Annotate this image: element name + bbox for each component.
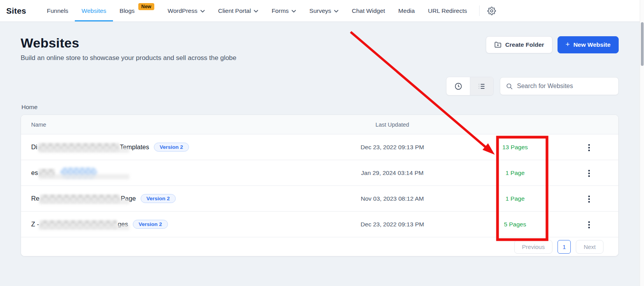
breadcrumb-home[interactable]: Home	[21, 104, 619, 111]
page-number-button[interactable]: 1	[558, 240, 571, 254]
last-updated-cell: Dec 23, 2022 09:13 PM	[314, 221, 470, 228]
row-actions-cell	[560, 217, 618, 231]
pages-count: 5 Pages	[470, 221, 560, 228]
page-header: Websites Build an online store to showca…	[21, 35, 619, 62]
page-subtitle: Build an online store to showcase your p…	[21, 54, 236, 62]
redacted-name-blur	[38, 143, 119, 152]
scrollbar-track[interactable]	[640, 0, 644, 286]
website-name-cell: Z - ges Version 2	[21, 220, 314, 229]
redacted-name-blur	[40, 220, 117, 229]
page-header-text: Websites Build an online store to showca…	[21, 35, 236, 62]
row-actions-cell	[560, 192, 618, 206]
nav-item-label: Media	[398, 7, 415, 14]
version-badge: Version 2	[133, 220, 168, 229]
app-brand-sites: Sites	[6, 0, 26, 21]
redacted-badge-blur	[60, 168, 97, 178]
nav-item-label: Funnels	[47, 7, 68, 14]
nav-item-label: Forms	[272, 7, 289, 14]
websites-page: Websites Build an online store to showca…	[0, 35, 644, 256]
nav-item-client-portal[interactable]: Client Portal	[212, 0, 265, 21]
nav-item-label: WordPress	[168, 7, 197, 14]
nav-item-url-redirects[interactable]: URL Redirects	[422, 0, 474, 21]
table-row[interactable]: es Jan 29, 2024 03:14 PM 1 Page	[21, 160, 618, 186]
table-row[interactable]: Z - ges Version 2 Dec 23, 2022 09:13 PM …	[21, 212, 618, 237]
list-toolbar	[21, 77, 619, 95]
nav-item-blogs[interactable]: Blogs New	[113, 0, 161, 21]
kebab-menu-icon[interactable]	[585, 141, 593, 154]
website-name-text-suffix: ges	[118, 221, 128, 228]
nav-item-media[interactable]: Media	[392, 0, 421, 21]
settings-button[interactable]	[483, 0, 500, 21]
last-updated-cell: Nov 03, 2023 08:12 AM	[314, 195, 470, 202]
nav-item-surveys[interactable]: Surveys	[303, 0, 345, 21]
new-badge: New	[138, 3, 155, 10]
nav-item-label: Blogs	[120, 7, 135, 14]
column-header-name: Name	[21, 122, 314, 128]
table-row[interactable]: Re Page Version 2 Nov 03, 2023 08:12 AM …	[21, 186, 618, 212]
search-icon	[506, 83, 513, 90]
nav-item-label: Surveys	[309, 7, 331, 14]
website-name-text: Di	[31, 143, 37, 151]
scrollbar-thumb[interactable]	[641, 22, 644, 66]
nav-item-wordpress[interactable]: WordPress	[161, 0, 211, 21]
top-navigation: Sites Funnels Websites Blogs New WordPre…	[0, 0, 644, 21]
pagination: Previous 1 Next	[21, 237, 618, 256]
list-icon	[478, 82, 486, 90]
redacted-name-blur	[40, 194, 120, 203]
chevron-down-icon	[291, 10, 296, 13]
website-name-text: Re	[31, 195, 39, 202]
nav-item-chat-widget[interactable]: Chat Widget	[345, 0, 392, 21]
kebab-menu-icon[interactable]	[585, 192, 593, 206]
website-name-cell: es	[21, 168, 314, 178]
chevron-down-icon	[200, 10, 205, 13]
nav-item-forms[interactable]: Forms	[265, 0, 303, 21]
recent-view-button[interactable]	[446, 77, 470, 95]
next-page-button[interactable]: Next	[576, 240, 603, 254]
folder-plus-icon	[494, 41, 502, 49]
search-input[interactable]	[517, 83, 613, 90]
websites-table-card: Name Last Updated Di Templates Version 2…	[21, 115, 619, 256]
version-badge: Version 2	[154, 143, 189, 152]
previous-page-button[interactable]: Previous	[514, 240, 552, 254]
table-body: Di Templates Version 2 Dec 23, 2022 09:1…	[21, 134, 618, 237]
page-title: Websites	[21, 35, 236, 51]
nav-item-label: Client Portal	[218, 7, 251, 14]
create-folder-label: Create Folder	[505, 41, 544, 48]
website-name-text: es	[31, 169, 38, 177]
nav-item-websites[interactable]: Websites	[75, 0, 113, 21]
version-badge: Version 2	[141, 194, 176, 203]
search-websites-box	[500, 77, 619, 95]
kebab-menu-icon[interactable]	[585, 218, 593, 231]
website-name-cell: Di Templates Version 2	[21, 143, 314, 152]
website-name-cell: Re Page Version 2	[21, 194, 314, 203]
clock-icon	[454, 82, 462, 90]
nav-item-label: URL Redirects	[428, 7, 467, 14]
list-view-button[interactable]	[470, 77, 493, 95]
chevron-down-icon	[254, 10, 258, 13]
table-row[interactable]: Di Templates Version 2 Dec 23, 2022 09:1…	[21, 134, 618, 160]
row-actions-cell	[560, 166, 618, 180]
nav-tabs: Funnels Websites Blogs New WordPress Cli…	[40, 0, 474, 21]
last-updated-cell: Dec 23, 2022 09:13 PM	[314, 144, 470, 151]
column-header-last-updated: Last Updated	[314, 122, 470, 128]
website-name-text-suffix: Templates	[120, 143, 149, 151]
nav-item-label: Websites	[81, 7, 106, 14]
last-updated-cell: Jan 29, 2024 03:14 PM	[314, 169, 470, 177]
row-actions-cell	[560, 140, 618, 154]
page-header-actions: Create Folder + New Website	[486, 36, 619, 53]
nav-item-label: Chat Widget	[352, 7, 385, 14]
kebab-menu-icon[interactable]	[585, 167, 593, 180]
pages-count: 1 Page	[470, 195, 560, 202]
nav-item-funnels[interactable]: Funnels	[40, 0, 75, 21]
website-name-text: Z -	[31, 221, 39, 228]
pages-count: 1 Page	[470, 169, 560, 177]
gear-icon	[487, 7, 496, 15]
create-folder-button[interactable]: Create Folder	[486, 36, 552, 53]
pages-count: 13 Pages	[470, 144, 560, 151]
website-name-text-suffix: Page	[121, 195, 136, 202]
nav-divider	[479, 5, 480, 16]
new-website-label: New Website	[573, 41, 610, 48]
chevron-down-icon	[334, 10, 339, 13]
plus-icon: +	[566, 40, 570, 49]
new-website-button[interactable]: + New Website	[558, 36, 619, 53]
